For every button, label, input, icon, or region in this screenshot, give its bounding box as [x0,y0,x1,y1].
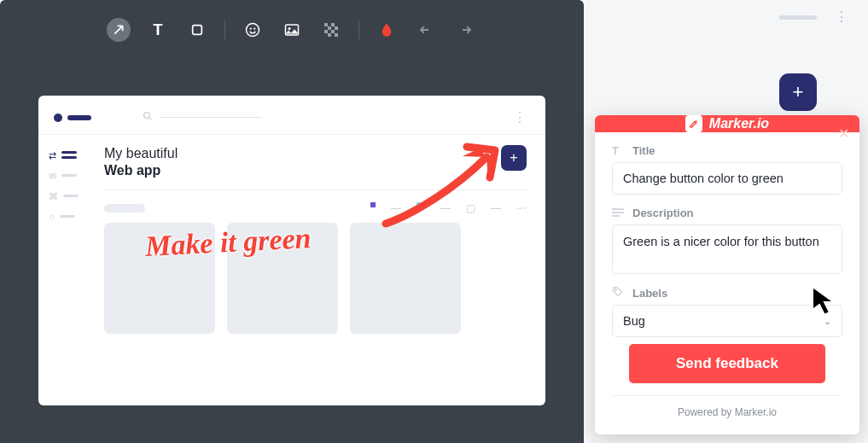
page-title-line2: Web app [104,163,160,178]
title-field-icon: T [612,144,624,157]
panel-brand-name: Marker.io [709,116,769,131]
svg-rect-7 [331,23,335,26]
description-field-icon [612,207,624,219]
app-logo-bar [67,115,91,120]
labels-field-icon [612,286,624,300]
title-label: Title [632,144,655,157]
labels-select[interactable]: Bug ⌄ [612,305,842,337]
search-icon [143,111,153,124]
kebab-menu-icon[interactable]: ⋮ [832,7,851,26]
sidebar-item[interactable]: ⇄ [49,150,75,159]
emoji-tool-icon[interactable] [241,18,265,42]
send-feedback-label: Send feedback [676,355,778,371]
editor-toolbar: T [0,0,584,60]
svg-point-15 [615,289,617,291]
toolbar-divider [358,20,359,39]
kebab-menu-icon[interactable]: ⋮ [510,109,530,125]
svg-rect-6 [324,23,328,26]
sidebar-icon: ⇄ [49,150,56,159]
labels-value: Bug [623,314,645,328]
arrow-tool-icon[interactable] [107,18,131,42]
tag-dot [370,202,376,207]
rect-tool-icon[interactable] [185,18,209,42]
calendar-icon: ▢ [466,202,475,214]
undo-icon[interactable] [414,18,438,42]
panel-header: Marker.io ✕ [595,115,859,132]
sidebar-item[interactable]: ⌘ [49,191,75,200]
title-input[interactable] [612,162,842,195]
sub-pill [104,204,145,213]
more-icon[interactable]: ⋯ [516,202,527,214]
blur-tool-icon[interactable] [319,18,343,42]
text-tool-icon[interactable]: T [146,18,170,42]
tag-dot [417,202,425,207]
marker-logo-icon [685,115,702,132]
svg-rect-11 [331,30,335,33]
plus-icon: + [793,81,804,103]
close-icon[interactable]: ✕ [838,125,849,142]
add-button[interactable]: + [501,145,527,171]
feedback-panel: Marker.io ✕ T Title Description Green is… [595,115,859,434]
app-search[interactable] [143,111,510,124]
svg-rect-9 [335,26,338,30]
page-title-line1: My beautiful [104,146,178,160]
sidebar-icon: ✉ [49,171,56,179]
sidebar-icon: ⌘ [49,191,58,200]
floating-add-button[interactable]: + [779,73,817,111]
content-card[interactable] [350,223,461,334]
svg-point-3 [253,27,255,29]
color-tool-icon[interactable] [375,18,399,42]
svg-rect-10 [324,30,328,33]
plus-icon: + [510,150,517,166]
app-main: My beautiful Web app + — — ▢ [85,135,545,344]
sidebar-icon: ○ [49,212,55,220]
svg-rect-13 [335,33,338,37]
image-tool-icon[interactable] [280,18,304,42]
sidebar-item[interactable]: ✉ [49,171,75,179]
screenshot-editor: T [0,0,584,443]
app-header: ⋮ [38,106,545,135]
svg-point-5 [288,27,291,30]
svg-point-14 [144,113,150,119]
svg-point-1 [247,24,259,37]
chevron-down-icon: ⌄ [824,316,831,327]
send-feedback-button[interactable]: Send feedback [629,344,825,383]
svg-rect-8 [328,26,331,30]
toolbar-divider [224,20,225,39]
panel-footer: Powered by Marker.io [612,395,842,428]
svg-rect-0 [193,26,202,35]
svg-point-2 [250,27,252,29]
description-input[interactable]: Green is a nicer color for this button [612,224,842,274]
content-card[interactable] [227,223,338,334]
redo-icon[interactable] [453,18,477,42]
sidebar-item[interactable]: ○ [49,212,75,220]
background-drag-handle [779,15,817,20]
search-placeholder-line [160,117,262,118]
page-title: My beautiful Web app [104,145,178,179]
description-label: Description [632,207,694,219]
app-mock-canvas: ⋮ ⇄ ✉ ⌘ ○ [38,96,545,405]
svg-rect-12 [328,33,331,37]
content-card[interactable] [104,223,215,334]
app-sidebar: ⇄ ✉ ⌘ ○ [38,135,85,344]
app-logo-dot [54,114,62,122]
labels-label: Labels [632,287,667,300]
